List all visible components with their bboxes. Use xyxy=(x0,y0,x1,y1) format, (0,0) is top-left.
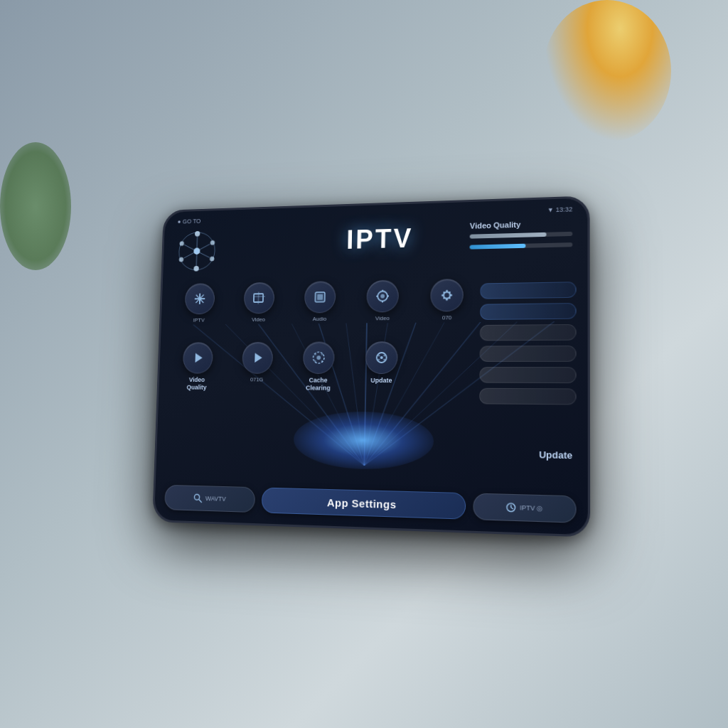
svg-point-65 xyxy=(194,494,200,500)
svg-line-26 xyxy=(184,245,197,252)
app-settings-label: App Settings xyxy=(327,496,397,510)
svg-point-19 xyxy=(180,241,184,246)
svg-point-50 xyxy=(444,297,445,299)
video-settings-icon-circle[interactable] xyxy=(366,279,399,312)
menu-bar-4[interactable] xyxy=(479,346,576,362)
update-icon-label: Update xyxy=(370,377,392,385)
status-right: ▼ 13:32 xyxy=(547,205,573,213)
icon-item-play2: 071G xyxy=(228,342,287,392)
right-panel xyxy=(479,282,577,405)
svg-point-63 xyxy=(378,359,380,361)
nav-right-label: IPTV ◎ xyxy=(520,504,542,513)
tablet-screen: ● GO TO ▼ 13:32 xyxy=(154,198,588,535)
nav-right-pill[interactable]: IPTV ◎ xyxy=(473,493,576,523)
play1-icon-circle[interactable] xyxy=(182,342,213,373)
svg-point-44 xyxy=(446,299,448,301)
nav-left-label: WAVTV xyxy=(205,495,226,503)
update-right-label: Update xyxy=(539,449,572,461)
iptv-icon-circle[interactable] xyxy=(184,283,215,314)
svg-line-22 xyxy=(197,244,210,251)
iptv-label: IPTV xyxy=(193,317,204,323)
svg-point-67 xyxy=(507,503,515,512)
icon-item-iptv: IPTV xyxy=(171,283,228,324)
clock-icon xyxy=(505,502,516,513)
video-quality-panel: Video Quality xyxy=(469,219,572,253)
cache-icon-circle[interactable] xyxy=(303,341,335,373)
icon-item-play1: VideoQuality xyxy=(169,342,226,391)
menu-bar-6[interactable] xyxy=(479,388,577,405)
svg-point-16 xyxy=(210,257,215,262)
svg-line-69 xyxy=(510,508,513,509)
svg-point-49 xyxy=(449,291,451,293)
menu-bar-2[interactable] xyxy=(480,303,577,320)
app-title: IPTV xyxy=(346,223,414,255)
svg-point-37 xyxy=(380,294,385,299)
menu-bar-5[interactable] xyxy=(479,367,576,383)
audio-label: Audio xyxy=(313,316,327,323)
icon-item-audio: Audio xyxy=(291,281,350,323)
svg-point-60 xyxy=(380,356,383,359)
video-quality-label: VideoQuality xyxy=(187,376,207,391)
svg-marker-51 xyxy=(195,353,202,363)
app-settings-button[interactable]: App Settings xyxy=(262,487,466,519)
status-left: ● GO TO xyxy=(178,218,201,225)
svg-rect-35 xyxy=(317,294,323,300)
icon-item-video-settings: Video xyxy=(353,279,413,322)
update-icon-circle[interactable] xyxy=(365,341,398,374)
search-icon xyxy=(193,493,202,503)
svg-line-9 xyxy=(364,322,444,467)
menu-bar-1[interactable] xyxy=(480,282,576,299)
progress-bar-2 xyxy=(469,242,572,250)
status-bar: ● GO TO ▼ 13:32 xyxy=(165,205,588,226)
video-quality-title: Video Quality xyxy=(470,219,573,230)
icon-item-video1: Video xyxy=(230,282,288,323)
network-logo xyxy=(176,229,222,277)
svg-line-25 xyxy=(184,251,197,258)
svg-line-23 xyxy=(197,251,210,258)
svg-line-66 xyxy=(198,499,201,503)
svg-point-64 xyxy=(383,358,385,360)
svg-point-42 xyxy=(444,292,450,299)
svg-marker-52 xyxy=(255,353,262,363)
svg-point-46 xyxy=(450,294,452,296)
svg-point-62 xyxy=(383,355,385,357)
tablet-device: ● GO TO ▼ 13:32 xyxy=(152,196,590,537)
svg-point-14 xyxy=(195,231,200,237)
progress-bar-1 xyxy=(470,232,573,239)
play2-sub-label: 071G xyxy=(250,377,264,383)
icon-item-empty xyxy=(415,341,477,392)
svg-point-48 xyxy=(449,297,451,299)
video1-icon-circle[interactable] xyxy=(243,282,274,314)
audio-icon-circle[interactable] xyxy=(304,281,336,313)
svg-point-45 xyxy=(441,294,444,296)
svg-point-61 xyxy=(378,355,380,357)
svg-line-11 xyxy=(364,322,517,469)
svg-point-17 xyxy=(193,266,198,272)
tablet-wrapper: ● GO TO ▼ 13:32 xyxy=(152,196,590,537)
icon-item-cache: CacheClearing xyxy=(289,341,348,392)
bottom-nav: WAVTV App Settings IPTV ◎ xyxy=(164,485,576,523)
settings-070-label: 070 xyxy=(442,314,452,321)
svg-point-43 xyxy=(446,290,448,292)
play2-icon-circle[interactable] xyxy=(242,342,273,374)
cache-clearing-label: CacheClearing xyxy=(306,377,331,392)
video1-label: Video xyxy=(252,316,265,323)
svg-point-47 xyxy=(444,291,445,293)
center-glow xyxy=(293,411,434,471)
svg-line-10 xyxy=(364,322,481,468)
video-settings-label: Video xyxy=(375,315,390,322)
svg-line-12 xyxy=(364,321,554,469)
icon-item-update: Update xyxy=(351,341,412,392)
menu-bar-3[interactable] xyxy=(480,324,577,341)
svg-point-54 xyxy=(316,355,321,360)
icon-item-settings: 070 xyxy=(417,278,478,321)
nav-left-pill[interactable]: WAVTV xyxy=(164,485,255,513)
plant-decoration xyxy=(0,142,71,270)
light-spot xyxy=(543,0,671,142)
scene: ● GO TO ▼ 13:32 xyxy=(0,0,728,728)
settings-icon-circle[interactable] xyxy=(431,279,464,312)
svg-point-59 xyxy=(377,353,387,363)
